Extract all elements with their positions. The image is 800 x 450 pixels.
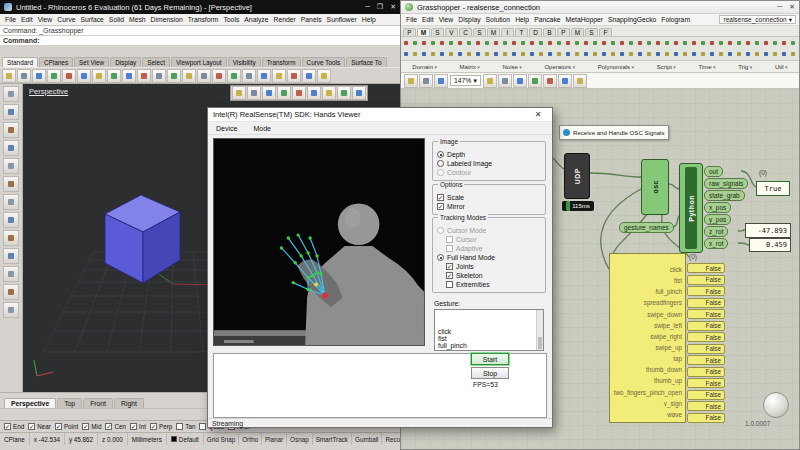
menu-item[interactable]: File — [3, 16, 18, 23]
component-group[interactable]: Noise — [503, 64, 522, 70]
properties-icon[interactable] — [287, 69, 301, 83]
redo-icon[interactable] — [107, 69, 121, 83]
number-panel[interactable]: 0.459 — [749, 238, 791, 252]
rotate-camera-icon[interactable] — [337, 86, 351, 100]
zoom-in-icon[interactable] — [498, 74, 512, 88]
status-toggle[interactable]: Ortho — [239, 433, 262, 445]
category-tab[interactable]: S — [585, 28, 598, 36]
gesture-list-item[interactable]: fist — [438, 335, 534, 342]
component-group[interactable]: Operators — [544, 64, 575, 70]
status-toggle[interactable]: Gumball — [352, 433, 382, 445]
osnap-toggle[interactable]: ✓ End — [4, 423, 24, 430]
cut-icon[interactable] — [122, 69, 136, 83]
new-definition-icon[interactable] — [404, 74, 418, 88]
menu-item[interactable]: Solution — [484, 16, 513, 23]
gesture-list-item[interactable]: click — [438, 328, 534, 335]
status-toggle[interactable]: SmartTrack — [313, 433, 352, 445]
toolbar-tab[interactable]: Viewport Layout — [171, 57, 227, 67]
start-button[interactable]: Start — [471, 353, 509, 365]
gesture-values-panel[interactable]: (0) FalseFalseFalseFalseFalseFalseFalseF… — [687, 253, 725, 423]
scrollbar[interactable] — [536, 310, 543, 350]
osnap-toggle[interactable]: ✓ Near — [28, 423, 51, 430]
sketch-tool-icon[interactable] — [528, 74, 542, 88]
python-component[interactable]: Python — [679, 163, 703, 253]
menu-item[interactable]: Panels — [299, 16, 324, 23]
rendered-view-icon[interactable] — [277, 86, 291, 100]
output-param[interactable]: y_pos — [704, 214, 731, 225]
close-icon[interactable]: ✕ — [529, 110, 547, 119]
status-toggle[interactable]: Record History — [382, 433, 400, 445]
viewport-tab[interactable]: Perspective — [4, 398, 56, 408]
minimize-icon[interactable]: ─ — [365, 3, 370, 11]
shaded-view-icon[interactable] — [232, 86, 246, 100]
osnap-toggle[interactable]: ✓ Cen — [105, 423, 126, 430]
menu-item[interactable]: Sunflower — [325, 16, 359, 23]
zoom-window-icon[interactable] — [307, 86, 321, 100]
print-icon[interactable] — [47, 69, 61, 83]
menu-item[interactable]: Curve — [55, 16, 77, 23]
gesture-list-item[interactable]: full_pinch — [438, 342, 534, 349]
raytraced-view-icon[interactable] — [292, 86, 306, 100]
box-icon[interactable] — [3, 248, 19, 264]
zoom-extents-icon[interactable] — [167, 69, 181, 83]
component-icons-strip[interactable] — [401, 37, 799, 61]
udp-component[interactable]: UDP — [564, 153, 590, 199]
component-group[interactable]: Script — [657, 64, 676, 70]
rotate-view-icon[interactable] — [182, 69, 196, 83]
menu-item[interactable]: Analyze — [242, 16, 270, 23]
menu-item[interactable]: SnappingGecko — [606, 16, 658, 23]
sphere-icon[interactable] — [3, 266, 19, 282]
save-definition-icon[interactable] — [434, 74, 448, 88]
document-selector[interactable]: realsense_connection ▾ — [719, 15, 796, 24]
gesture-names-param[interactable]: gesture_names — [619, 222, 674, 233]
category-tab[interactable]: M — [571, 28, 584, 36]
menu-item[interactable]: Mesh — [127, 16, 148, 23]
component-group[interactable]: Domain — [412, 64, 437, 70]
menu-item[interactable]: Mode — [251, 125, 273, 132]
category-tab[interactable]: V — [445, 28, 458, 36]
close-icon[interactable]: ✕ — [789, 3, 795, 11]
viewport-tab[interactable]: Right — [114, 398, 144, 408]
output-param[interactable]: out — [704, 166, 723, 177]
category-tab[interactable]: P — [403, 28, 416, 36]
menu-item[interactable]: Tools — [221, 16, 241, 23]
extrude-icon[interactable] — [3, 284, 19, 300]
checkbox-scale[interactable]: ✓ Scale — [437, 193, 542, 202]
number-panel[interactable]: -47.893 — [745, 223, 791, 238]
options-icon[interactable] — [317, 69, 331, 83]
menu-item[interactable]: Render — [272, 16, 298, 23]
category-tab[interactable]: B — [543, 28, 556, 36]
menu-item[interactable]: Pancake — [532, 16, 562, 23]
output-param[interactable]: z_rot — [704, 226, 728, 237]
radio-labeled-image[interactable]: Labeled Image — [437, 159, 542, 168]
circle-icon[interactable] — [3, 212, 19, 228]
osc-component[interactable]: osc — [641, 159, 669, 215]
output-param[interactable]: raw_signals — [704, 178, 748, 189]
status-cell[interactable]: x -42.534 — [30, 433, 65, 445]
output-param[interactable]: state_grab — [704, 190, 745, 201]
arc-icon[interactable] — [3, 230, 19, 246]
checkbox-mirror[interactable]: ✓ Mirror — [437, 202, 542, 211]
copy-icon[interactable] — [62, 69, 76, 83]
status-cell[interactable]: z 0.000 — [98, 433, 128, 445]
toolbar-tab[interactable]: Select — [142, 57, 170, 67]
gesture-listbox[interactable]: clickfistfull_pinch — [434, 309, 544, 351]
toolbar-tab[interactable]: Transform — [262, 57, 301, 67]
category-tab[interactable]: F — [599, 28, 612, 36]
paste-icon[interactable] — [77, 69, 91, 83]
save-icon[interactable] — [32, 69, 46, 83]
status-toggle[interactable]: Planar — [262, 433, 287, 445]
fillet-icon[interactable] — [3, 302, 19, 318]
zoom-out-icon[interactable] — [483, 74, 497, 88]
category-tab[interactable]: D — [529, 28, 542, 36]
menu-item[interactable]: View — [36, 16, 55, 23]
component-group[interactable]: Polynomials — [598, 64, 634, 70]
osnap-toggle[interactable]: ✓ Point — [55, 423, 78, 430]
zoom-extents-icon[interactable] — [513, 74, 527, 88]
component-group[interactable]: Time — [699, 64, 716, 70]
mirror-icon[interactable] — [257, 69, 271, 83]
menu-item[interactable]: Edit — [420, 16, 436, 23]
undo-view-icon[interactable] — [352, 86, 366, 100]
radio-full-hand-mode[interactable]: Full Hand Mode — [437, 253, 542, 262]
undo-icon[interactable] — [92, 69, 106, 83]
